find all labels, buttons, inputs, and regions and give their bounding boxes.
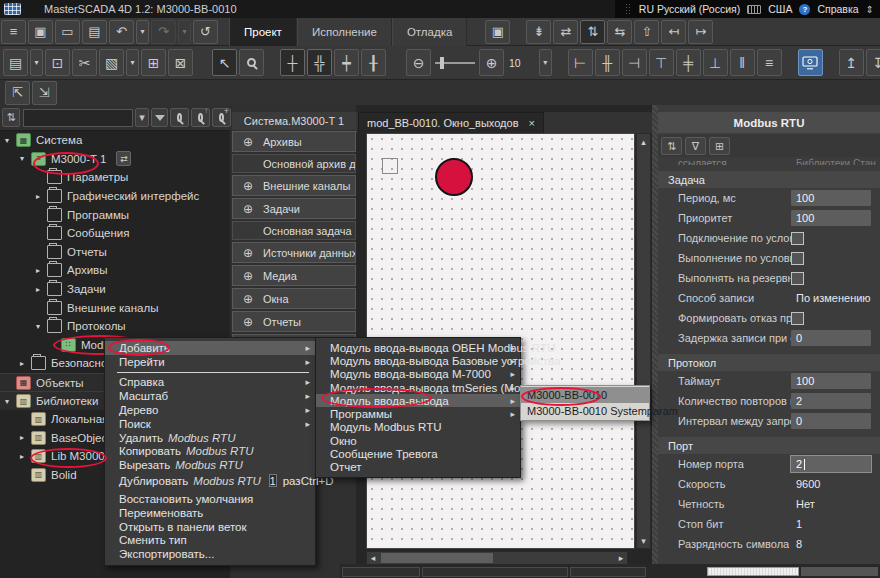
add-icon[interactable]	[233, 202, 263, 216]
submenu-item[interactable]: Окно	[316, 434, 520, 447]
prop-filter-button[interactable]: ∇	[685, 137, 706, 155]
prop-group-button[interactable]: ⊞	[709, 137, 730, 155]
dock-left-button[interactable]: ↤	[661, 20, 686, 44]
duplicate-count-input[interactable]: 1	[269, 474, 277, 487]
menu-item[interactable]: Открыть в панели веток	[105, 520, 315, 534]
bring-front-button[interactable]: ↥	[839, 49, 864, 76]
tree-item[interactable]: Система	[0, 131, 230, 150]
structure-item[interactable]: Основная задача	[232, 221, 356, 240]
structure-item[interactable]: Медиа	[232, 265, 356, 286]
align-center-button[interactable]: ╫	[595, 49, 620, 76]
submenu-item[interactable]: Модуль ввода-вывода tmSeries (Modbus)	[316, 381, 520, 394]
settings-button[interactable]: ≡	[1, 20, 26, 44]
search-dropdown[interactable]: ▾	[135, 108, 149, 127]
restore-button[interactable]: ↺	[193, 20, 218, 44]
align-bottom-button[interactable]: ⊥	[703, 49, 728, 76]
zoom-out-button[interactable]: ⊖	[406, 49, 431, 76]
property-value[interactable]: 100	[791, 190, 871, 206]
expand-icon[interactable]	[20, 452, 31, 461]
align-left-button[interactable]: ⊢	[568, 49, 593, 76]
structure-item[interactable]: Отчеты	[232, 311, 356, 332]
property-value[interactable]: 8	[791, 538, 802, 550]
selection-frame-button[interactable]: ▣	[485, 20, 510, 44]
tree-panel-button[interactable]: ⇅	[2, 108, 20, 127]
tab-debug[interactable]: Отладка	[392, 18, 467, 46]
dock-top-button[interactable]: ⇧	[634, 20, 659, 44]
zoom-slider-knob[interactable]	[440, 57, 444, 69]
open-project-button[interactable]: ▭	[55, 20, 80, 44]
menu-item[interactable]: Масштаб	[105, 389, 315, 403]
save-button[interactable]: ▤	[82, 20, 107, 44]
property-value[interactable]: Нет	[791, 498, 815, 510]
expand-icon[interactable]	[36, 322, 47, 331]
expand-icon[interactable]	[36, 192, 47, 201]
menu-item[interactable]: Дерево	[105, 403, 315, 417]
send-back-button[interactable]: ↧	[866, 49, 880, 76]
distribute-v-button[interactable]: ≡	[757, 49, 782, 76]
panel-hscroll-thumb[interactable]	[707, 567, 799, 576]
submenu-item[interactable]: Модуль ввода-вывода	[316, 394, 520, 407]
language-alt[interactable]: США	[768, 3, 792, 15]
property-checkbox[interactable]	[791, 232, 804, 245]
grid-step-button[interactable]: ┿	[334, 49, 359, 76]
add-icon[interactable]	[233, 292, 263, 306]
tree-item[interactable]: Задачи	[0, 280, 230, 299]
redo-button[interactable]: ↷	[151, 20, 176, 44]
add-icon[interactable]	[233, 246, 263, 260]
search-add-button[interactable]	[212, 108, 231, 127]
dock-panel-button[interactable]: ↦	[688, 20, 713, 44]
search-button[interactable]	[170, 108, 189, 127]
menu-item[interactable]: Поиск	[105, 417, 315, 431]
tree-item[interactable]: Внешние каналы	[0, 298, 230, 317]
submenu-item[interactable]: Программы	[316, 407, 520, 420]
paste-button[interactable]: ▤	[3, 49, 28, 76]
property-value[interactable]: 0	[791, 413, 871, 429]
duplicate-button[interactable]: ▧	[99, 49, 124, 76]
menu-item[interactable]: Добавить	[105, 341, 315, 355]
zoom-in-button[interactable]: ⊕	[479, 49, 504, 76]
menu-item[interactable]: Сменить тип	[105, 534, 315, 548]
tree-item[interactable]: Архивы	[0, 261, 230, 280]
align-right-button[interactable]: ⊣	[622, 49, 647, 76]
redo-dropdown[interactable]: ▾	[178, 20, 191, 44]
canvas-checkbox-shape[interactable]	[382, 158, 398, 174]
submenu-item[interactable]: Модуль ввода-вывода ОВЕН Modbus RTU	[316, 341, 520, 354]
tree-item[interactable]: Протоколы	[0, 317, 230, 336]
tree-layout-4-button[interactable]: ⇆	[607, 20, 632, 44]
help-icon[interactable]	[799, 4, 810, 15]
cut-button[interactable]: ✂	[72, 49, 97, 76]
property-value[interactable]: 2	[791, 456, 871, 472]
property-value[interactable]: Библиотеки.Стан	[791, 158, 876, 165]
align-middle-button[interactable]: ╪	[676, 49, 701, 76]
structure-item[interactable]: Основной архив дан	[232, 154, 356, 173]
duplicate-dropdown[interactable]: ▾	[126, 49, 139, 76]
submenu-item[interactable]: Модуль Modbus RTU	[316, 421, 520, 434]
add-icon[interactable]	[233, 269, 263, 283]
undo-button[interactable]: ↶	[109, 20, 134, 44]
preview-monitor-button[interactable]	[798, 49, 823, 76]
structure-item[interactable]: Архивы	[232, 131, 356, 152]
delete-element-button[interactable]: ⊠	[168, 49, 193, 76]
canvas-hscrollbar[interactable]	[366, 551, 628, 565]
help-link[interactable]: Справка	[817, 3, 858, 15]
close-icon[interactable]	[529, 117, 535, 129]
menu-item[interactable]	[105, 369, 315, 376]
property-checkbox[interactable]	[791, 252, 804, 265]
search-input[interactable]	[23, 109, 133, 127]
property-checkbox[interactable]	[791, 272, 804, 285]
menu-item[interactable]: Удалить Modbus RTU	[105, 431, 315, 445]
property-value[interactable]: 2	[791, 393, 871, 409]
branch-badge-icon[interactable]	[116, 151, 131, 166]
menu-item[interactable]: Справка	[105, 376, 315, 390]
property-value[interactable]: По изменению	[791, 292, 871, 304]
insert-in-button[interactable]: ⇱	[5, 81, 30, 105]
property-value[interactable]: 1	[791, 518, 802, 530]
tree-layout-3-button[interactable]: ⇅	[580, 20, 605, 44]
tree-layout-1-button[interactable]: ⇟	[526, 20, 551, 44]
paste-dropdown[interactable]: ▾	[30, 49, 43, 76]
structure-item[interactable]: Внешние каналы	[232, 175, 356, 196]
expand-icon[interactable]	[20, 359, 31, 368]
select-cursor-button[interactable]: ↖	[212, 49, 237, 76]
canvas-vscrollbar[interactable]	[636, 133, 651, 549]
project-properties-button[interactable]: ▣	[28, 20, 53, 44]
